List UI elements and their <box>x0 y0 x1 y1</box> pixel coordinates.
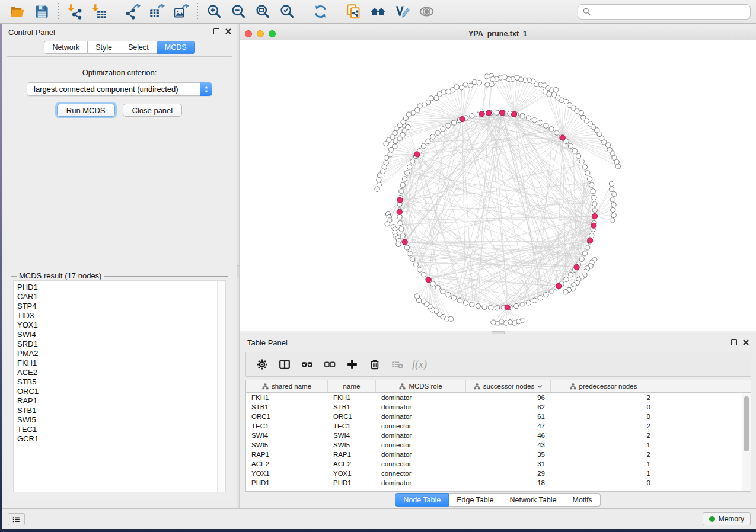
network-node[interactable] <box>592 201 597 206</box>
show-hide-graphics-details-button[interactable] <box>414 2 439 22</box>
network-node[interactable] <box>457 298 462 303</box>
network-node[interactable] <box>451 296 456 300</box>
column-header-shared-name[interactable]: shared name <box>246 380 328 392</box>
mcds-result-item[interactable]: TID3 <box>17 311 217 321</box>
zoom-in-button[interactable] <box>202 2 227 22</box>
open-file-button[interactable] <box>5 2 30 22</box>
table-row[interactable]: FKH1FKH1dominator962 <box>246 393 742 402</box>
network-node[interactable] <box>612 191 617 196</box>
network-node[interactable] <box>520 302 525 307</box>
close-panel-icon[interactable] <box>743 339 749 345</box>
network-node[interactable] <box>611 207 615 212</box>
network-titlebar[interactable]: YPA_prune.txt_1 <box>240 27 756 40</box>
network-node[interactable] <box>610 218 615 223</box>
network-node[interactable] <box>414 294 419 299</box>
network-node[interactable] <box>589 233 594 238</box>
network-node[interactable] <box>411 110 416 115</box>
mcds-result-item[interactable]: GCR1 <box>17 434 217 444</box>
tab-network[interactable]: Network <box>44 41 88 54</box>
network-node[interactable] <box>495 110 499 115</box>
mcds-hub-node[interactable] <box>591 223 596 228</box>
network-node[interactable] <box>526 300 531 305</box>
memory-button[interactable]: Memory <box>703 512 751 525</box>
network-node[interactable] <box>543 89 547 94</box>
network-node[interactable] <box>421 143 426 148</box>
network-node[interactable] <box>489 82 494 86</box>
import-table-from-file-button[interactable] <box>87 2 111 22</box>
column-header-name[interactable]: name <box>328 380 376 392</box>
mcds-hub-node[interactable] <box>402 239 407 245</box>
mcds-result-item[interactable]: SWI4 <box>17 330 217 339</box>
network-node[interactable] <box>394 126 399 131</box>
run-mcds-button[interactable]: Run MCDS <box>57 104 115 117</box>
table-row[interactable]: SWI5SWI5connector431 <box>246 440 742 450</box>
network-node[interactable] <box>609 181 614 186</box>
network-node[interactable] <box>587 177 592 181</box>
mcds-result-item[interactable]: FKH1 <box>17 358 217 368</box>
network-node[interactable] <box>393 139 398 143</box>
network-node[interactable] <box>470 114 474 118</box>
network-node[interactable] <box>579 257 584 261</box>
network-node[interactable] <box>441 289 445 294</box>
delete-column-button[interactable] <box>364 355 385 374</box>
table-row[interactable]: YOX1YOX1connector291 <box>246 469 742 478</box>
network-node[interactable] <box>576 153 580 158</box>
mcds-hub-node[interactable] <box>460 117 465 122</box>
network-node[interactable] <box>463 300 468 305</box>
network-node[interactable] <box>554 130 559 135</box>
table-row[interactable]: ACE2ACE2connector311 <box>246 459 742 469</box>
network-node[interactable] <box>572 148 577 153</box>
tab-network-table[interactable]: Network Table <box>502 493 565 507</box>
first-neighbors-button[interactable] <box>366 2 390 22</box>
mcds-hub-node[interactable] <box>505 305 510 310</box>
network-node[interactable] <box>407 251 412 256</box>
network-canvas[interactable] <box>240 40 756 331</box>
mcds-hub-node[interactable] <box>574 264 579 270</box>
network-node[interactable] <box>451 120 456 125</box>
mcds-result-item[interactable]: TEC1 <box>17 425 217 434</box>
search-input[interactable] <box>594 7 745 16</box>
network-node[interactable] <box>532 298 537 303</box>
float-panel-icon[interactable] <box>213 28 219 34</box>
scrollbar-thumb[interactable] <box>744 396 749 451</box>
apply-preferred-layout-button[interactable] <box>308 2 333 22</box>
network-node[interactable] <box>377 173 382 178</box>
tab-mcds[interactable]: MCDS <box>157 41 195 54</box>
network-node[interactable] <box>549 127 554 132</box>
network-node[interactable] <box>564 99 569 104</box>
network-node[interactable] <box>568 272 573 277</box>
network-node[interactable] <box>377 178 381 182</box>
network-node[interactable] <box>388 147 393 152</box>
mcds-result-item[interactable]: STB1 <box>17 406 217 415</box>
new-network-from-selection-button[interactable] <box>342 2 366 22</box>
table-row[interactable]: SWI4SWI4dominator462 <box>246 431 742 440</box>
network-node[interactable] <box>400 182 405 187</box>
deselect-all-button[interactable] <box>319 355 340 374</box>
network-node[interactable] <box>470 302 474 307</box>
network-node[interactable] <box>400 233 405 238</box>
network-node[interactable] <box>585 245 590 250</box>
network-node[interactable] <box>520 114 525 118</box>
mcds-hub-node[interactable] <box>397 209 402 214</box>
function-builder-button[interactable]: f(x) <box>412 358 427 371</box>
network-node[interactable] <box>435 286 440 290</box>
network-node[interactable] <box>421 299 426 303</box>
mcds-result-item[interactable]: STB5 <box>17 377 217 387</box>
network-node[interactable] <box>472 79 477 84</box>
network-node[interactable] <box>610 197 615 202</box>
network-node[interactable] <box>495 306 499 310</box>
network-node[interactable] <box>398 220 403 225</box>
network-node[interactable] <box>532 118 537 123</box>
network-node[interactable] <box>609 187 614 191</box>
network-node[interactable] <box>422 102 427 107</box>
network-node[interactable] <box>544 292 548 297</box>
zoom-selected-button[interactable] <box>275 2 299 22</box>
mcds-hub-node[interactable] <box>397 197 403 203</box>
select-all-button[interactable] <box>296 355 317 374</box>
network-node[interactable] <box>413 262 418 267</box>
network-node[interactable] <box>611 213 616 217</box>
network-node[interactable] <box>538 120 543 125</box>
mcds-hub-node[interactable] <box>556 283 562 289</box>
mcds-hub-node[interactable] <box>499 110 505 116</box>
add-column-button[interactable] <box>342 355 362 374</box>
